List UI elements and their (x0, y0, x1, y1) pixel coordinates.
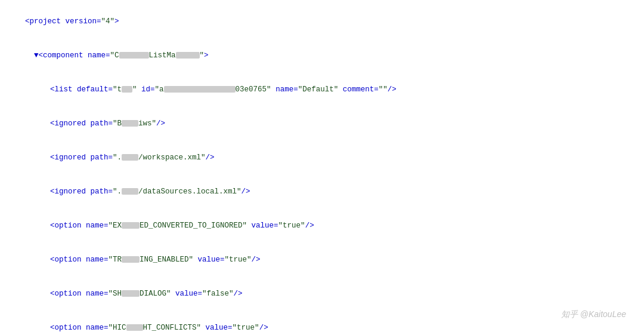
code-view: <project version="4"> ▼<component name="… (0, 0, 644, 332)
line-4: <ignored path="Biws"/> (0, 107, 644, 141)
tag-project: <project version="4"> (25, 17, 119, 26)
line-2: ▼<component name="CListMa"> (0, 39, 644, 73)
line-3: <list default="t" id="a03e0765" name="De… (0, 73, 644, 107)
line-6: <ignored path="./dataSources.local.xml"/… (0, 175, 644, 209)
watermark: 知乎 @KaitouLee (561, 309, 626, 320)
line-9: <option name="SHDIALOG" value="false"/> (0, 277, 644, 311)
line-5: <ignored path="./workspace.xml"/> (0, 141, 644, 175)
line-7: <option name="EXED_CONVERTED_TO_IGNORED"… (0, 209, 644, 243)
line-1: <project version="4"> (0, 5, 644, 39)
line-10: <option name="HICHT_CONFLICTS" value="tr… (0, 311, 644, 332)
line-8: <option name="TRING_ENABLED" value="true… (0, 243, 644, 277)
